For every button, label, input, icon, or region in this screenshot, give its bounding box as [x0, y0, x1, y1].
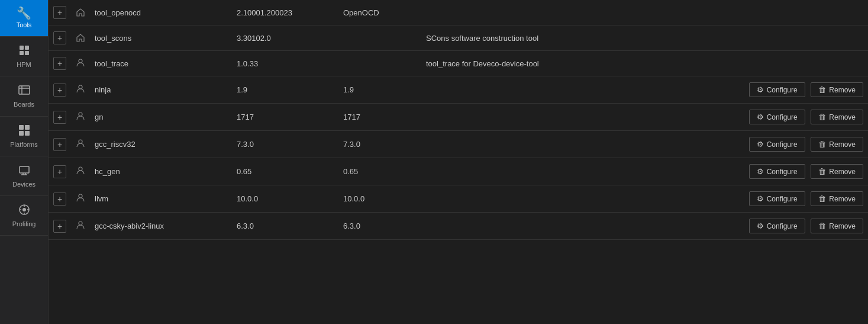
tool-installed: 7.3.0: [338, 131, 421, 158]
tool-installed: OpenOCD: [338, 0, 421, 25]
tool-version: 6.3.0: [232, 213, 338, 240]
tool-description: [421, 131, 714, 158]
tool-name: ninja: [90, 76, 232, 104]
sidebar-item-label: Devices: [12, 181, 36, 188]
remove-button[interactable]: 🗑 Remove: [811, 164, 863, 179]
tool-description: [421, 0, 714, 25]
tool-actions: [714, 0, 868, 25]
tool-actions: [714, 25, 868, 51]
boards-icon: [18, 84, 31, 98]
add-button[interactable]: +: [53, 84, 66, 97]
configure-icon: ⚙: [757, 222, 764, 230]
svg-rect-9: [19, 131, 24, 136]
remove-button[interactable]: 🗑 Remove: [811, 82, 863, 97]
svg-point-21: [79, 59, 82, 63]
table-row: + hc_gen 0.65 0.65 ⚙ Configure 🗑 Remove: [49, 158, 868, 185]
sidebar-item-label: HPM: [17, 61, 31, 69]
configure-label: Configure: [767, 113, 798, 121]
sidebar-item-profiling[interactable]: Profiling: [0, 196, 48, 236]
type-icon-cell: [71, 0, 90, 25]
add-button[interactable]: +: [53, 57, 66, 70]
configure-button[interactable]: ⚙ Configure: [749, 82, 805, 97]
tool-name: gcc-csky-abiv2-linux: [90, 213, 232, 240]
tool-installed: 1717: [338, 104, 421, 131]
configure-button[interactable]: ⚙ Configure: [749, 219, 805, 233]
sidebar-item-boards[interactable]: Boards: [0, 76, 48, 116]
configure-label: Configure: [767, 195, 798, 203]
type-icon-cell: [71, 104, 90, 131]
platforms-icon: [18, 124, 31, 139]
add-button[interactable]: +: [53, 31, 66, 44]
remove-label: Remove: [829, 86, 856, 94]
sidebar-item-label: Profiling: [12, 220, 36, 228]
svg-point-24: [79, 140, 82, 143]
svg-rect-4: [19, 86, 30, 94]
remove-button[interactable]: 🗑 Remove: [811, 110, 863, 124]
tool-name: tool_openocd: [90, 0, 232, 25]
sidebar-item-devices[interactable]: Devices: [0, 156, 48, 196]
type-icon-cell: [71, 213, 90, 240]
remove-icon: 🗑: [818, 113, 826, 121]
main-content: + tool_openocd 2.10001.200023 OpenOCD + …: [49, 0, 868, 324]
tool-actions: ⚙ Configure 🗑 Remove: [714, 76, 868, 104]
tool-description: [421, 213, 714, 240]
configure-button[interactable]: ⚙ Configure: [749, 164, 805, 179]
configure-icon: ⚙: [757, 85, 764, 94]
configure-icon: ⚙: [757, 167, 764, 176]
devices-icon: [18, 163, 31, 178]
remove-label: Remove: [829, 195, 856, 203]
tool-description: [421, 76, 714, 104]
configure-label: Configure: [767, 168, 798, 176]
sidebar-item-tools[interactable]: 🔧 Tools: [0, 0, 48, 37]
svg-rect-1: [25, 46, 29, 50]
remove-button[interactable]: 🗑 Remove: [811, 219, 863, 233]
type-icon-cell: [71, 25, 90, 51]
svg-point-26: [79, 194, 82, 198]
remove-button[interactable]: 🗑 Remove: [811, 191, 863, 206]
svg-rect-0: [20, 46, 24, 50]
remove-button[interactable]: 🗑 Remove: [811, 137, 863, 152]
tool-name: gcc_riscv32: [90, 131, 232, 158]
table-row: + llvm 10.0.0 10.0.0 ⚙ Configure 🗑 Remov…: [49, 185, 868, 213]
svg-point-22: [79, 85, 82, 89]
remove-label: Remove: [829, 113, 856, 121]
type-icon-cell: [71, 185, 90, 213]
tool-name: tool_trace: [90, 51, 232, 76]
add-cell: +: [49, 76, 71, 104]
remove-label: Remove: [829, 168, 856, 176]
svg-rect-10: [25, 131, 30, 136]
tool-installed: 6.3.0: [338, 213, 421, 240]
profiling-icon: [18, 203, 31, 218]
tools-table: + tool_openocd 2.10001.200023 OpenOCD + …: [49, 0, 868, 240]
sidebar-item-hpm[interactable]: HPM: [0, 37, 48, 76]
svg-rect-2: [20, 51, 24, 55]
svg-point-16: [22, 208, 26, 211]
tool-installed: [338, 25, 421, 51]
remove-icon: 🗑: [818, 222, 826, 230]
type-icon-cell: [71, 51, 90, 76]
sidebar-item-label: Tools: [17, 21, 32, 29]
svg-rect-8: [25, 125, 30, 130]
add-button[interactable]: +: [53, 111, 66, 124]
configure-button[interactable]: ⚙ Configure: [749, 110, 805, 124]
add-cell: +: [49, 131, 71, 158]
tool-description: [421, 104, 714, 131]
add-cell: +: [49, 185, 71, 213]
remove-label: Remove: [829, 140, 856, 149]
svg-point-27: [79, 222, 82, 225]
add-cell: +: [49, 213, 71, 240]
svg-rect-7: [19, 125, 24, 130]
tool-actions: ⚙ Configure 🗑 Remove: [714, 158, 868, 185]
configure-button[interactable]: ⚙ Configure: [749, 137, 805, 152]
add-button[interactable]: +: [53, 220, 66, 233]
add-button[interactable]: +: [53, 6, 66, 19]
add-button[interactable]: +: [53, 165, 66, 178]
sidebar-item-platforms[interactable]: Platforms: [0, 117, 48, 156]
configure-button[interactable]: ⚙ Configure: [749, 191, 805, 206]
remove-label: Remove: [829, 222, 856, 230]
configure-icon: ⚙: [757, 140, 764, 149]
add-button[interactable]: +: [53, 193, 66, 206]
add-button[interactable]: +: [53, 138, 66, 151]
tool-actions: ⚙ Configure 🗑 Remove: [714, 131, 868, 158]
hpm-icon: [18, 44, 31, 59]
